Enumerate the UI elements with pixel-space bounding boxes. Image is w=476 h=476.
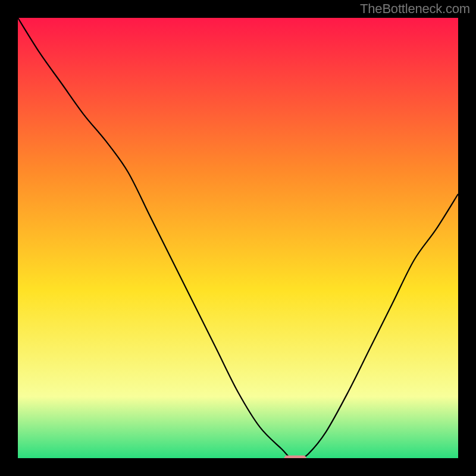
optimal-marker	[284, 456, 306, 458]
chart-frame: TheBottleneck.com	[0, 0, 476, 476]
bottleneck-chart	[18, 18, 458, 458]
watermark-text: TheBottleneck.com	[360, 1, 470, 17]
